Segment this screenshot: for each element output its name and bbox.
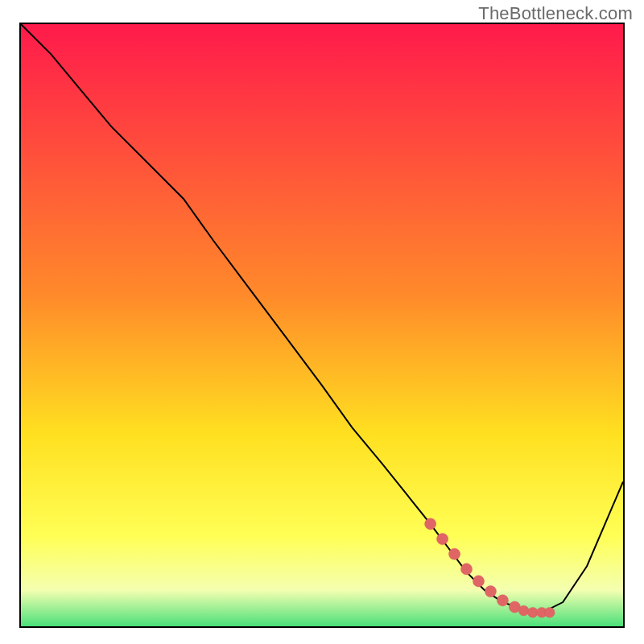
chart-frame: TheBottleneck.com [0, 0, 644, 644]
highlight-dot [518, 605, 529, 616]
heat-background [21, 24, 623, 626]
highlight-dot [448, 548, 460, 559]
highlight-dot [527, 607, 538, 617]
highlight-dot [460, 564, 472, 575]
highlight-dot [436, 533, 448, 544]
bottleneck-plot [21, 24, 623, 626]
highlight-dot [544, 607, 555, 617]
highlight-dot [425, 518, 436, 530]
highlight-dot [497, 595, 508, 606]
watermark-label: TheBottleneck.com [478, 3, 633, 24]
highlight-dot [485, 586, 496, 597]
highlight-dot [473, 576, 484, 587]
plot-border [19, 23, 625, 628]
